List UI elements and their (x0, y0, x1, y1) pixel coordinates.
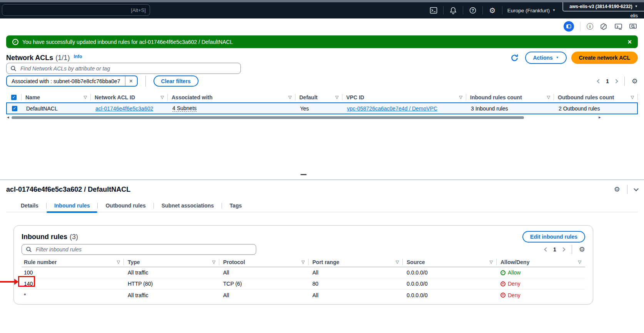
tab-tags[interactable]: Tags (222, 199, 250, 212)
aws-console-screen: [Alt+S] ? ⚙ (0, 0, 644, 333)
acl-search-input[interactable] (20, 65, 237, 72)
console-search-box[interactable]: [Alt+S] (2, 4, 150, 16)
settings-gear-icon[interactable]: ⚙ (488, 6, 497, 15)
column-filter-icon[interactable]: ▽ (209, 259, 215, 264)
split-panel-border (0, 179, 644, 180)
inbound-rules-table: Rule number▽ Type▽ Protocol▽ Port range▽… (22, 257, 585, 301)
svg-text:?: ? (472, 8, 474, 13)
next-page-icon[interactable] (614, 79, 618, 83)
acl-search-box[interactable] (6, 63, 241, 74)
clear-filters-button[interactable]: Clear filters (153, 75, 199, 87)
column-filter-icon[interactable]: ▽ (392, 259, 399, 264)
previous-page-icon[interactable] (544, 247, 548, 251)
table-preferences-gear-icon[interactable]: ⚙ (632, 78, 638, 85)
split-panel-drag-handle[interactable] (300, 174, 307, 175)
vertical-divider (145, 76, 146, 87)
previous-page-icon[interactable] (597, 79, 601, 83)
scroll-right-icon[interactable]: ▸ (599, 115, 601, 119)
column-filter-icon[interactable]: ▽ (157, 95, 164, 100)
column-filter-icon[interactable]: ▽ (486, 259, 493, 264)
filter-row: Associated with : subnet-08b7e8cfc76bba0… (6, 75, 638, 87)
panel-collapse-icon[interactable] (634, 186, 639, 191)
edit-inbound-rules-button[interactable]: Edit inbound rules (522, 231, 585, 243)
screen-search-icon[interactable] (629, 22, 637, 31)
inbound-filter-box[interactable] (22, 244, 256, 255)
table-preferences-gear-icon[interactable]: ⚙ (579, 246, 585, 253)
row-checkbox[interactable]: ✓ (12, 106, 17, 111)
deny-cross-icon: × (501, 293, 506, 298)
next-page-icon[interactable] (561, 247, 565, 251)
cell-source: 0.0.0.0/0 (403, 269, 497, 276)
screen-capture-icon[interactable] (614, 22, 622, 31)
table-row[interactable]: ✓ DefaultNACL acl-01746e4f6e5c3a602 4 Su… (6, 102, 638, 114)
column-filter-icon[interactable]: ▽ (113, 259, 120, 264)
notifications-bell-icon[interactable] (449, 6, 458, 15)
column-filter-icon[interactable]: ▽ (574, 259, 581, 264)
nav-divider (482, 6, 483, 15)
column-filter-icon[interactable]: ▽ (455, 95, 462, 100)
cell-type: All traffic (124, 269, 219, 276)
search-shortcut-hint: [Alt+S] (131, 7, 146, 13)
allow-check-icon: ✓ (501, 270, 506, 275)
inbound-filter-input[interactable] (35, 246, 252, 253)
acl-id-link[interactable]: acl-01746e4f6e5c3a602 (95, 105, 153, 112)
table-row: 100 All traffic All All 0.0.0.0/0 ✓Allow (22, 267, 585, 278)
info-link[interactable]: Info (73, 54, 82, 59)
page-count: (1/1) (55, 54, 70, 62)
console-search-input[interactable] (6, 7, 131, 13)
cloudshell-icon[interactable] (429, 6, 438, 15)
account-menu[interactable]: aws-elis-v3 (3814-9190-6232) ▼ (562, 2, 644, 12)
inbound-rules-card: Inbound rules (3) Edit inbound rules 1 ⚙… (13, 225, 593, 305)
current-page[interactable]: 1 (553, 246, 556, 253)
info-icon[interactable]: i (587, 23, 593, 30)
cell-allow-deny: Deny (508, 281, 521, 287)
success-flashbar: ✓ You have successfully updated inbound … (6, 35, 638, 48)
cell-type: HTTP (80) (124, 281, 219, 287)
tab-details[interactable]: Details (13, 199, 46, 212)
detail-tabs: Details Inbound rules Outbound rules Sub… (6, 199, 638, 213)
column-filter-icon[interactable]: ▽ (543, 95, 550, 100)
filter-chip-remove-icon[interactable]: × (125, 76, 137, 86)
refresh-button[interactable] (508, 52, 521, 64)
annotation-arrow (0, 281, 15, 283)
chevron-down-icon: ▼ (635, 5, 638, 8)
actions-button[interactable]: Actions ▼ (525, 52, 566, 64)
detail-panel-header: acl-01746e4f6e5c3a602 / DefaultNACL ⚙ (6, 182, 638, 196)
scroll-left-icon[interactable]: ◂ (7, 115, 9, 119)
vpc-id-link[interactable]: vpc-058726ca6ac0e7e4d / DemoVPC (347, 105, 437, 112)
column-filter-icon[interactable]: ▽ (332, 95, 339, 100)
tab-subnet-associations[interactable]: Subnet associations (154, 199, 222, 212)
success-check-icon: ✓ (12, 39, 18, 45)
column-filter-icon[interactable]: ▽ (627, 95, 634, 100)
cell-type: All traffic (124, 292, 219, 298)
username-label: elis (630, 13, 638, 18)
filter-chip-label: Associated with : subnet-08b7e8cfc76bba0… (7, 78, 125, 84)
toolbar-divider (580, 22, 581, 31)
side-panel-icon[interactable] (564, 21, 574, 32)
table-header-row: ✓ Name▽ Network ACL ID▽ Associated with▽… (6, 92, 638, 102)
column-filter-icon[interactable]: ▽ (80, 95, 87, 100)
aws-top-navbar: [Alt+S] ? ⚙ (0, 2, 644, 18)
cell-rule-number: 100 (22, 269, 124, 276)
create-network-acl-button[interactable]: Create network ACL (571, 52, 638, 64)
chevron-down-icon: ▼ (556, 56, 559, 59)
tab-outbound-rules[interactable]: Outbound rules (98, 199, 153, 212)
table-row: * All traffic All All 0.0.0.0/0 ×Deny (22, 289, 585, 301)
region-selector[interactable]: Europe (Frankfurt) ▼ (507, 8, 556, 13)
cell-protocol: TCP (6) (219, 281, 309, 287)
cell-rule-number: 140 (22, 281, 124, 287)
tab-inbound-rules[interactable]: Inbound rules (47, 199, 98, 212)
column-filter-icon[interactable]: ▽ (298, 259, 305, 264)
column-filter-icon[interactable]: ▽ (285, 95, 292, 100)
select-all-checkbox[interactable]: ✓ (11, 95, 17, 100)
scrollbar-thumb[interactable] (12, 116, 524, 119)
region-label: Europe (Frankfurt) (507, 8, 550, 13)
chevron-down-icon: ▼ (552, 9, 556, 12)
help-icon[interactable]: ? (468, 6, 477, 15)
panel-preferences-gear-icon[interactable]: ⚙ (614, 186, 620, 193)
shield-hexagon-icon[interactable] (599, 22, 608, 31)
associated-subnets-link[interactable]: 4 Subnets (172, 105, 197, 112)
current-page[interactable]: 1 (606, 78, 609, 84)
flash-close-icon[interactable]: × (627, 38, 632, 45)
inbound-rules-count: (3) (70, 233, 78, 241)
